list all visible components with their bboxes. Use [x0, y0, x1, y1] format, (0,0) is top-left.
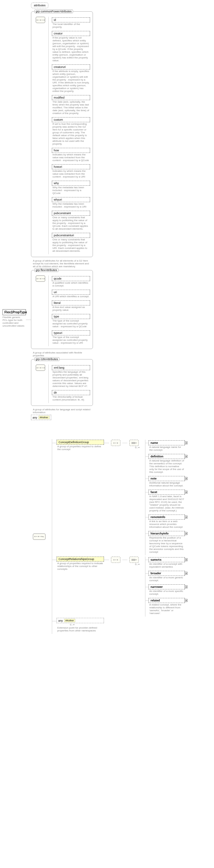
- attr-pubconstraint: pubconstraint: [52, 211, 90, 216]
- connector: [104, 560, 109, 560]
- expand-icon[interactable]: +: [185, 455, 187, 458]
- root-diagram: Flex1PropType Flexible generic PCL-type …: [3, 2, 211, 634]
- elem-name: name+: [149, 440, 185, 445]
- expand-icon[interactable]: +: [185, 532, 187, 535]
- choice-icon: −: [129, 557, 139, 563]
- attr-custom: custom: [52, 117, 90, 122]
- sequence-icon: [36, 365, 45, 371]
- root-type-name: Flex1PropType: [3, 309, 26, 315]
- attributes-box: attributes: [31, 2, 49, 8]
- sequence-icon: [111, 557, 120, 563]
- any-attribute-other: any ##other: [31, 415, 51, 420]
- expand-icon[interactable]: +: [185, 586, 187, 588]
- attr-how: how: [52, 148, 90, 153]
- attr-literal: literal: [52, 300, 90, 305]
- group-label: grp commonPowerAttributes: [34, 9, 73, 13]
- multiplicity: 0..∞: [127, 563, 140, 566]
- attr-modified: modified: [52, 95, 90, 100]
- multiplicity: 0..∞: [57, 623, 104, 626]
- elem-sameAs: sameAs+: [149, 557, 185, 562]
- group-i18n-desc: A group of attributes for language and s…: [31, 407, 93, 415]
- group-label: grp i18nAttributes: [34, 357, 59, 361]
- group-i18nAttributes: grp i18nAttributes xml:langSpecifies the…: [31, 359, 93, 406]
- elem-narrower: narrower+: [149, 584, 185, 589]
- collapse-icon[interactable]: −: [135, 441, 137, 444]
- connector: [26, 320, 31, 320]
- collapse-icon[interactable]: −: [135, 558, 137, 561]
- expand-icon[interactable]: +: [185, 558, 187, 561]
- any-label: any: [33, 416, 37, 419]
- attr-uri: uri: [52, 290, 90, 295]
- attr-pubconstrainturi: pubconstrainturi: [52, 233, 90, 238]
- connector: [122, 443, 127, 443]
- attr-dir: dir: [52, 390, 90, 395]
- sequence-icon: −: [33, 533, 45, 540]
- any-namespace: ##other: [38, 416, 50, 419]
- group-flexAttributes: grp flexAttributes qcodeA qualified code…: [31, 270, 93, 349]
- any-element-branch: any ##other 0..∞ Extension point for pro…: [57, 618, 185, 633]
- group-label: grp flexAttributes: [34, 268, 59, 272]
- elem-remoteInfo: remoteInfo+: [149, 515, 185, 520]
- expand-icon[interactable]: +: [185, 441, 187, 444]
- choice-icon: −: [129, 440, 139, 446]
- expand-icon[interactable]: +: [185, 491, 187, 494]
- expand-icon[interactable]: +: [185, 572, 187, 575]
- attr-qcode: qcode: [52, 276, 90, 281]
- children-sequence: − ConceptDefinitionGroup A group of prop…: [31, 439, 185, 634]
- any-element-other: any ##other: [57, 618, 104, 623]
- group-flex-desc: A group of attributes associated with fl…: [31, 350, 93, 358]
- attributes-label: attributes: [34, 4, 45, 7]
- expand-icon[interactable]: +: [185, 599, 187, 602]
- elem-broader: broader+: [149, 571, 185, 576]
- sequence-icon: [36, 17, 45, 23]
- collapse-icon[interactable]: −: [42, 535, 44, 538]
- attr-id: id: [52, 18, 90, 23]
- sequence-icon: [111, 440, 120, 446]
- elem-definition: definition+: [149, 454, 185, 459]
- conceptDefinitionGroup: ConceptDefinitionGroup: [57, 440, 104, 445]
- attr-howuri: howuri: [52, 164, 90, 169]
- main-column: attributes grp commonPowerAttributes idT…: [31, 2, 185, 634]
- group-common-desc: A group of attributes for all elements o…: [31, 258, 93, 269]
- elem-facet: facet+: [149, 490, 185, 495]
- expand-icon[interactable]: +: [185, 477, 187, 480]
- connector: [122, 560, 127, 560]
- attr-typeuri: typeuri: [52, 331, 90, 336]
- elem-hierarchyInfo: hierarchyInfo+: [149, 531, 185, 536]
- expand-icon[interactable]: +: [185, 516, 187, 519]
- attr-creator: creator: [52, 31, 90, 36]
- multiplicity: 0..∞: [127, 446, 140, 449]
- root-node: Flex1PropType Flexible generic PCL-type …: [3, 309, 26, 327]
- root-desc: Flexible generic PCL-type for both contr…: [3, 315, 26, 327]
- elem-related: related+: [149, 598, 185, 603]
- sequence-icon: [36, 275, 45, 282]
- concept-definition-branch: ConceptDefinitionGroup A group of proper…: [57, 440, 185, 555]
- attr-why: why: [52, 181, 90, 186]
- attr-xmllang: xml:lang: [52, 365, 90, 370]
- conceptRelationshipsGroup: ConceptRelationshipsGroup: [57, 557, 104, 562]
- group-commonPowerAttributes: grp commonPowerAttributes idThe local id…: [31, 11, 93, 257]
- attr-type: type: [52, 314, 90, 319]
- concept-relationships-branch: ConceptRelationshipsGroup A group of pro…: [57, 557, 185, 617]
- connector: [104, 443, 109, 443]
- attr-whyuri: whyuri: [52, 197, 90, 202]
- elem-note: note+: [149, 476, 185, 481]
- attr-creatoruri: creatoruri: [52, 64, 90, 69]
